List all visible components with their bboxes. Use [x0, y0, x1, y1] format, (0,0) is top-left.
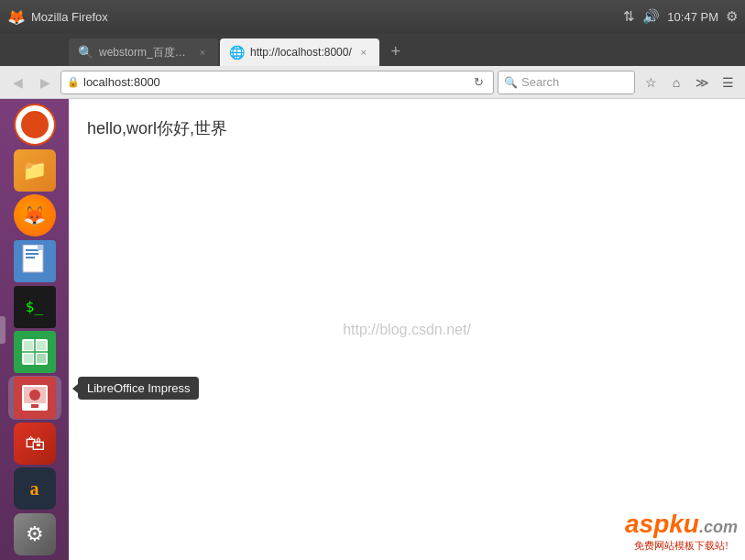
bookmark-button[interactable]: ☆: [639, 71, 663, 94]
files-icon: 📁: [14, 149, 56, 192]
svg-rect-4: [26, 257, 35, 258]
address-text: localhost:8000: [83, 75, 469, 89]
volume-icon[interactable]: 🔊: [642, 8, 660, 25]
svg-rect-9: [24, 341, 33, 350]
page-content: hello,worl你好,世界: [69, 99, 745, 158]
svg-rect-10: [37, 341, 46, 350]
menu-button[interactable]: ☰: [716, 71, 740, 94]
system-settings-icon[interactable]: ⚙: [726, 8, 738, 25]
svg-rect-5: [38, 245, 43, 250]
svg-rect-3: [26, 253, 38, 255]
sidebar-item-calc[interactable]: [8, 331, 61, 375]
software-center-icon: 🛍: [14, 423, 56, 465]
sidebar-reveal-handle[interactable]: [0, 316, 5, 344]
tab-baidu-close[interactable]: ×: [196, 46, 209, 59]
aspku-watermark: aspku.com 免费网站模板下载站!: [625, 510, 738, 553]
svg-rect-11: [24, 354, 33, 363]
lock-icon: 🔒: [67, 76, 80, 88]
browser-favicon: 🦊: [7, 8, 26, 26]
writer-icon: [14, 240, 56, 282]
aspku-subtitle: 免费网站模板下载站!: [625, 539, 738, 553]
sidebar-item-writer[interactable]: [8, 239, 61, 283]
settings-icon: ⚙: [14, 513, 56, 555]
calc-icon: [14, 331, 56, 373]
back-button[interactable]: ◀: [5, 71, 29, 94]
ubuntu-icon: [14, 104, 56, 146]
sidebar-item-files[interactable]: 📁: [8, 148, 61, 192]
svg-rect-16: [31, 404, 38, 408]
tab-localhost-favicon: 🌐: [229, 45, 245, 60]
more-tools-button[interactable]: ≫: [690, 71, 714, 94]
new-tab-button[interactable]: +: [383, 38, 409, 64]
aspku-logo-text: aspku.com: [625, 510, 738, 538]
sidebar-item-terminal[interactable]: $_: [8, 285, 61, 329]
sidebar-item-ubuntu[interactable]: [8, 103, 61, 147]
nav-bar: ◀ ▶ 🔒 localhost:8000 ↻ 🔍 Search ☆ ⌂ ≫ ☰: [0, 66, 745, 99]
home-button[interactable]: ⌂: [664, 71, 688, 94]
sidebar-item-settings[interactable]: ⚙: [8, 512, 61, 556]
search-icon: 🔍: [504, 76, 518, 89]
tab-localhost-close[interactable]: ×: [357, 46, 370, 59]
watermark: http://blog.csdn.net/: [343, 322, 471, 338]
sidebar-item-amazon[interactable]: a: [8, 467, 61, 511]
sort-icon[interactable]: ⇅: [623, 8, 635, 25]
tab-baidu-favicon: 🔍: [78, 45, 93, 60]
tab-baidu-label: webstorm_百度搜索: [99, 45, 191, 60]
system-time: 10:47 PM: [667, 10, 718, 24]
refresh-button[interactable]: ↻: [469, 73, 488, 92]
tab-baidu[interactable]: 🔍 webstorm_百度搜索 ×: [69, 38, 218, 66]
tab-localhost-label: http://localhost:8000/: [250, 46, 352, 59]
sidebar-item-firefox[interactable]: 🦊: [8, 193, 61, 237]
impress-icon: [14, 377, 56, 419]
tab-localhost[interactable]: 🌐 http://localhost:8000/ ×: [220, 38, 379, 66]
firefox-icon: 🦊: [14, 194, 56, 236]
page-text: hello,worl你好,世界: [87, 119, 227, 137]
address-bar[interactable]: 🔒 localhost:8000 ↻: [60, 71, 494, 94]
sidebar: 📁 🦊 $_: [0, 99, 69, 560]
svg-rect-2: [26, 249, 38, 251]
sidebar-item-software[interactable]: 🛍: [8, 422, 61, 466]
tab-bar: 🔍 webstorm_百度搜索 × 🌐 http://localhost:800…: [0, 33, 745, 66]
content-area: hello,worl你好,世界 http://blog.csdn.net/ as…: [69, 99, 745, 560]
forward-button[interactable]: ▶: [33, 71, 57, 94]
amazon-icon: a: [14, 467, 56, 510]
title-bar: 🦊 Mozilla Firefox ⇅ 🔊 10:47 PM ⚙: [0, 0, 745, 33]
system-tray: ⇅ 🔊 10:47 PM ⚙: [623, 8, 738, 25]
terminal-icon: $_: [14, 286, 56, 328]
browser-title: Mozilla Firefox: [31, 10, 623, 24]
svg-rect-12: [37, 354, 46, 363]
search-box[interactable]: 🔍 Search: [498, 71, 635, 94]
sidebar-item-impress[interactable]: [8, 376, 61, 420]
nav-actions: ☆ ⌂ ≫ ☰: [639, 71, 740, 94]
svg-point-15: [29, 390, 40, 401]
search-placeholder: Search: [521, 75, 629, 89]
main-layout: 📁 🦊 $_: [0, 99, 745, 560]
